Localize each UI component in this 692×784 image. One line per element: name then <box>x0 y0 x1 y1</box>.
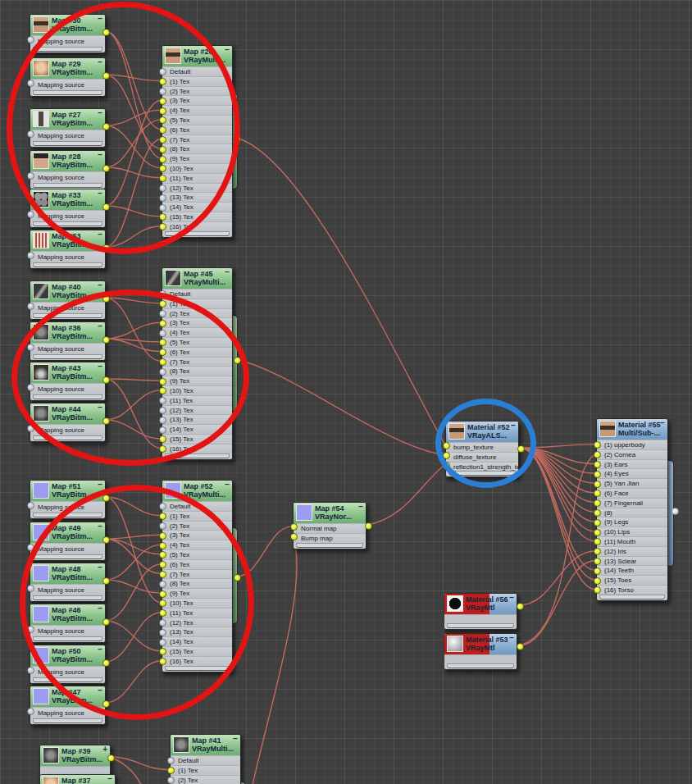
collapse-icon[interactable]: − <box>98 686 102 694</box>
input-socket[interactable] <box>159 532 166 540</box>
node-map43[interactable]: Map #43VRayBitm...−Mapping source <box>30 362 106 401</box>
collapse-icon[interactable]: − <box>225 268 230 276</box>
node-map51[interactable]: Map #51VRayBitm...−Mapping source <box>30 480 106 519</box>
node-map49[interactable]: Map #49VRayBitm...−Mapping source <box>30 522 106 561</box>
input-socket[interactable] <box>27 425 34 432</box>
input-socket[interactable] <box>159 417 166 424</box>
input-socket[interactable] <box>159 358 166 366</box>
output-socket[interactable] <box>365 522 372 530</box>
collapse-icon[interactable]: − <box>98 604 102 612</box>
output-socket[interactable] <box>102 536 110 544</box>
node-mat53mtl[interactable]: Material #53VRayMtl− <box>444 633 517 670</box>
input-socket[interactable] <box>443 462 450 469</box>
node-map44[interactable]: Map #44VRayBitm...−Mapping source <box>30 403 106 442</box>
input-socket[interactable] <box>27 172 34 180</box>
input-socket[interactable] <box>159 368 166 376</box>
node-map50[interactable]: Map #50VRayBitm...−Mapping source <box>30 645 106 684</box>
input-socket[interactable] <box>27 252 34 259</box>
collapse-icon[interactable]: − <box>98 522 102 530</box>
input-socket[interactable] <box>594 519 601 526</box>
input-socket[interactable] <box>27 211 34 218</box>
node-map52m[interactable]: Map #52VRayMulti...−Default(1) Tex(2) Te… <box>162 480 233 672</box>
input-socket[interactable] <box>159 146 166 153</box>
input-socket[interactable] <box>594 567 601 575</box>
output-socket[interactable] <box>517 643 524 650</box>
input-socket[interactable] <box>159 194 166 202</box>
collapse-icon[interactable]: − <box>107 775 112 782</box>
input-socket[interactable] <box>159 88 166 95</box>
node-map33[interactable]: Map #33VRayBitm...−Mapping source <box>30 189 106 228</box>
input-socket[interactable] <box>159 204 166 212</box>
input-socket[interactable] <box>159 378 166 385</box>
input-socket[interactable] <box>159 185 166 192</box>
input-socket[interactable] <box>27 80 34 87</box>
output-socket[interactable] <box>234 135 241 143</box>
node-mat52[interactable]: Material #52VRayALS...−bump_texturediffu… <box>445 421 519 477</box>
collapse-icon[interactable]: − <box>98 151 102 158</box>
input-socket[interactable] <box>159 522 166 530</box>
input-socket[interactable] <box>167 777 175 784</box>
input-socket[interactable] <box>594 471 601 478</box>
input-socket[interactable] <box>159 407 166 414</box>
output-socket[interactable] <box>107 754 115 762</box>
node-map28[interactable]: Map #28VRayBitm...−Mapping source <box>30 150 106 189</box>
input-socket[interactable] <box>27 708 34 715</box>
collapse-icon[interactable]: − <box>98 362 102 370</box>
input-socket[interactable] <box>159 590 166 598</box>
output-socket[interactable] <box>102 72 110 80</box>
output-socket[interactable] <box>102 659 110 667</box>
input-socket[interactable] <box>159 107 166 115</box>
input-socket[interactable] <box>159 320 166 327</box>
output-socket[interactable] <box>102 495 110 502</box>
collapse-icon[interactable]: − <box>98 645 102 653</box>
collapse-icon[interactable]: − <box>98 230 102 238</box>
output-socket[interactable] <box>102 29 110 36</box>
collapse-icon[interactable]: − <box>98 58 102 66</box>
input-socket[interactable] <box>159 619 166 627</box>
input-socket[interactable] <box>594 529 601 536</box>
collapse-icon[interactable]: − <box>225 46 230 53</box>
output-socket[interactable] <box>102 123 110 130</box>
input-socket[interactable] <box>594 509 601 517</box>
input-socket[interactable] <box>27 344 34 351</box>
node-map45[interactable]: Map #45VRayMulti...−Default(1) Tex(2) Te… <box>162 267 233 460</box>
input-socket[interactable] <box>594 461 601 468</box>
output-socket[interactable] <box>234 574 241 581</box>
output-socket[interactable] <box>102 295 110 303</box>
input-socket[interactable] <box>27 36 34 43</box>
slate-material-editor-canvas[interactable]: Map #30VRayBitm...−Mapping sourceMap #29… <box>0 0 692 784</box>
input-socket[interactable] <box>159 629 166 636</box>
input-socket[interactable] <box>159 571 166 578</box>
input-socket[interactable] <box>594 577 601 585</box>
node-mat55[interactable]: Material #55Multi/Sub-...−(1) upperbody(… <box>596 418 668 601</box>
node-map47[interactable]: Map #47VRayBitm...−Mapping source <box>30 686 106 725</box>
output-socket[interactable] <box>102 618 110 626</box>
input-socket[interactable] <box>594 481 601 488</box>
output-socket[interactable] <box>102 336 110 344</box>
collapse-icon[interactable]: − <box>509 634 514 641</box>
input-socket[interactable] <box>159 581 166 588</box>
input-socket[interactable] <box>159 542 166 549</box>
collapse-icon[interactable]: − <box>98 563 102 571</box>
node-map36[interactable]: Map #36VRayBitm...−Mapping source <box>30 321 106 361</box>
output-socket[interactable] <box>102 376 110 384</box>
node-mat56[interactable]: Material #56VRayMtl− <box>444 593 517 630</box>
node-map30[interactable]: Map #30VRayBitm...−Mapping source <box>30 14 106 53</box>
node-map26[interactable]: Map #26VRayMulti...−Default(1) Tex(2) Te… <box>162 45 233 238</box>
node-map37[interactable]: Map #37VRayBitm...−Mapping source <box>39 774 116 784</box>
input-socket[interactable] <box>27 626 34 633</box>
input-socket[interactable] <box>159 330 166 337</box>
node-map53[interactable]: Map #53VRayBitm...−Mapping source <box>30 230 106 269</box>
node-map27[interactable]: Map #27VRayBitm...−Mapping source <box>30 108 106 148</box>
input-socket[interactable] <box>159 639 166 646</box>
output-socket[interactable] <box>517 603 524 610</box>
node-map40[interactable]: Map #40VRayBitm...−Mapping source <box>30 280 106 320</box>
input-socket[interactable] <box>27 384 34 391</box>
input-socket[interactable] <box>27 585 34 592</box>
input-socket[interactable] <box>27 502 34 509</box>
output-socket[interactable] <box>517 445 525 453</box>
input-socket[interactable] <box>27 667 34 674</box>
output-socket[interactable] <box>672 508 679 515</box>
input-socket[interactable] <box>159 98 166 105</box>
collapse-icon[interactable]: − <box>98 189 102 197</box>
